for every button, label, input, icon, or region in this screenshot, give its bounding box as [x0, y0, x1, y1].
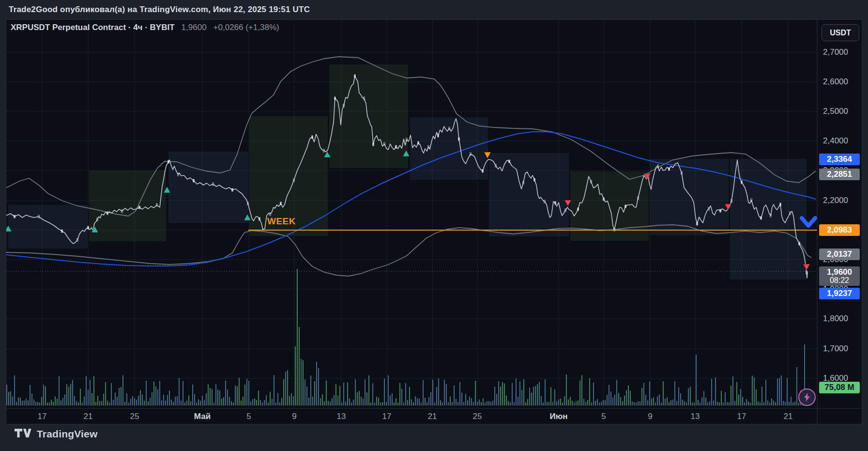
volume-bar [653, 397, 654, 405]
volume-bar [792, 403, 793, 405]
volume-bar [272, 399, 273, 405]
candle-body [259, 218, 260, 220]
volume-bar [18, 397, 19, 405]
volume-bar [547, 402, 548, 405]
volume-bar [163, 395, 164, 405]
volume-bar [190, 401, 191, 405]
volume-bar [628, 385, 629, 405]
volume-bar [502, 382, 503, 405]
volume-bar [229, 397, 230, 405]
volume-bar [601, 402, 602, 405]
candle-body [625, 205, 626, 208]
volume-bar [115, 392, 116, 405]
volume-bar [57, 399, 58, 405]
volume-bar [349, 399, 350, 405]
price-axis-label: 2,7000 [823, 47, 848, 57]
volume-bar [777, 379, 778, 405]
time-axis-label: Май [194, 409, 211, 424]
volume-bar [454, 386, 455, 405]
volume-bar [423, 380, 424, 405]
volume-bar [473, 402, 474, 405]
volume-bar [316, 362, 317, 405]
currency-toggle-button[interactable]: USDT [822, 24, 859, 41]
volume-bar [703, 391, 704, 405]
volume-bar [562, 403, 563, 405]
volume-bar [775, 402, 776, 405]
volume-bar [709, 402, 710, 405]
volume-bar [233, 403, 234, 405]
volume-bar [444, 380, 445, 405]
volume-bar [413, 403, 414, 405]
volume-bar [365, 379, 365, 405]
volume-bar [270, 392, 271, 405]
volume-bar [130, 399, 131, 405]
volume-bar [740, 389, 741, 405]
volume-bar [479, 400, 480, 405]
volume-bar [146, 381, 147, 405]
volume-bar [274, 375, 274, 405]
time-axis-label: 5 [246, 409, 251, 424]
volume-bar [283, 379, 284, 405]
volume-bar [614, 395, 615, 405]
volume-bar [330, 402, 331, 405]
volume-bar [485, 403, 486, 405]
volume-bar [781, 375, 782, 405]
volume-bar [432, 379, 433, 405]
time-axis-label: Июн [549, 409, 567, 424]
volume-bar [306, 387, 307, 405]
volume-bar [12, 397, 13, 405]
volume-bar [184, 403, 185, 405]
candle-body [61, 230, 63, 233]
candle-body [139, 206, 140, 209]
volume-bar [345, 402, 346, 405]
volume-bar [231, 401, 232, 405]
candle-body [761, 217, 762, 219]
volume-bar [279, 402, 280, 405]
volume-bar [196, 403, 197, 405]
volume-bar [610, 391, 611, 405]
time-axis-label: 9 [292, 409, 296, 424]
volume-bar [591, 403, 592, 405]
volume-bar [426, 402, 427, 405]
candle-body [168, 160, 169, 163]
volume-bar [399, 383, 400, 405]
volume-bar [405, 383, 406, 405]
volume-bar [537, 384, 538, 405]
volume-bar [396, 398, 396, 405]
candle-body [280, 202, 282, 205]
time-axis-label: 25 [473, 409, 482, 424]
volume-bar [275, 403, 276, 405]
volume-bar [403, 403, 404, 405]
volume-bar [324, 401, 325, 405]
volume-bar [579, 381, 580, 405]
volume-bar [674, 381, 675, 405]
tradingview-logo[interactable]: TradingView [15, 428, 98, 440]
symbol-title[interactable]: XRPUSDT Perpetual Contract · 4ч · BYBIT [11, 23, 175, 32]
chart-legend[interactable]: XRPUSDT Perpetual Contract · 4ч · BYBIT … [11, 23, 279, 32]
volume-bar [388, 375, 389, 405]
volume-bar [179, 378, 180, 405]
volume-bar [732, 376, 733, 405]
tradingview-glyph-icon [15, 429, 32, 439]
volume-bar [339, 386, 340, 405]
volume-bar [471, 398, 472, 405]
volume-bar [521, 390, 522, 405]
volume-bar [45, 386, 46, 405]
volume-bar [53, 402, 54, 405]
candle-body [534, 178, 535, 181]
legend-last-price: 1,9600 [182, 23, 207, 32]
volume-bar [672, 400, 673, 405]
flash-button[interactable] [798, 389, 816, 406]
time-axis-label: 13 [337, 409, 346, 424]
volume-bar [572, 401, 573, 405]
volume-bar [731, 386, 731, 405]
volume-bar [508, 401, 509, 405]
volume-bar [301, 359, 302, 405]
volume-bar [659, 394, 660, 405]
volume-bar [448, 402, 449, 405]
volume-bar [475, 381, 476, 405]
chart-canvas[interactable] [0, 0, 868, 451]
volume-bar [670, 400, 671, 405]
volume-bar [609, 385, 609, 405]
volume-bar [20, 398, 21, 405]
